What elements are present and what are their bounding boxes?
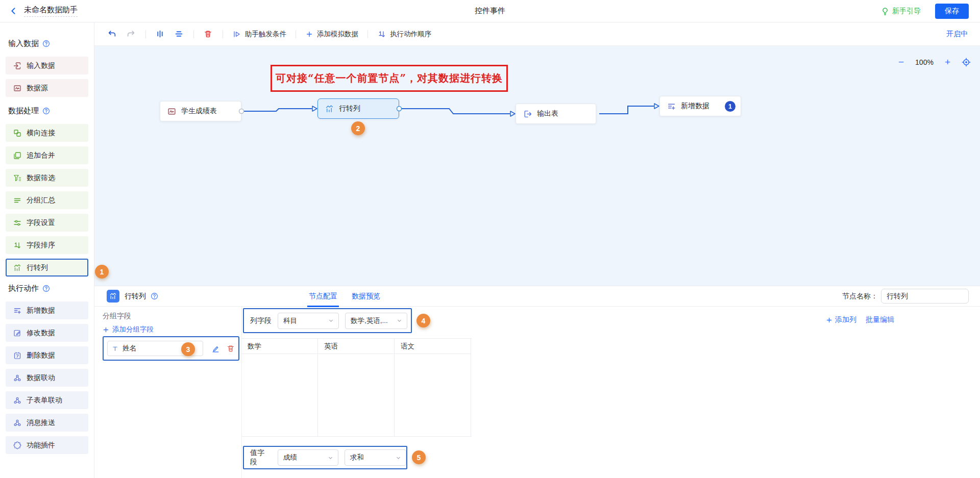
save-button[interactable]: 保存 <box>935 4 969 19</box>
sidebar-item-data-source[interactable]: 数据源 <box>6 79 88 97</box>
zoom-in-button[interactable]: + <box>945 57 950 67</box>
sidebar-item-add-data[interactable]: 新增数据 <box>6 301 88 319</box>
sort-order-icon <box>378 30 386 38</box>
status-badge[interactable]: 开启中 <box>946 30 968 39</box>
sidebar-item-append-merge[interactable]: 追加合并 <box>6 146 88 164</box>
column-field-select[interactable]: 科目 <box>278 313 339 329</box>
column-header: 英语 <box>318 339 394 354</box>
flow-node-student-grades[interactable]: 学生成绩表 <box>160 101 241 121</box>
field-sort-icon <box>13 241 21 249</box>
sidebar-item-input-data[interactable]: 输入数据 <box>6 57 88 74</box>
help-icon[interactable] <box>42 107 50 115</box>
sidebar-item-group-summary[interactable]: 分组汇总 <box>6 191 88 209</box>
add-group-field-link[interactable]: 添加分组字段 <box>103 325 154 334</box>
zoom-out-button[interactable]: − <box>898 57 904 67</box>
edit-icon[interactable] <box>211 344 220 353</box>
step-badge-4: 4 <box>416 314 430 328</box>
canvas-toolbar: 助手触发条件 添加模拟数据 执行动作顺序 开启中 <box>94 22 980 46</box>
sidebar-item-function-plugin[interactable]: 功能插件 <box>6 436 88 454</box>
help-icon[interactable] <box>151 292 158 300</box>
align-horizontal-icon[interactable] <box>156 30 164 38</box>
column-values-select[interactable]: 数学,英语,... <box>345 313 407 329</box>
sidebar-item-modify-data[interactable]: 修改数据 <box>6 324 88 342</box>
sidebar-item-delete-data[interactable]: 删除数据 <box>6 346 88 364</box>
plus-icon <box>103 326 109 333</box>
chevron-down-icon <box>396 317 403 324</box>
sidebar-item-data-filter[interactable]: 数据筛选 <box>6 169 88 187</box>
aggregation-select[interactable]: 求和 <box>345 449 406 466</box>
add-mock-data-button[interactable]: 添加模拟数据 <box>306 30 358 39</box>
locate-icon[interactable] <box>962 58 971 67</box>
data-source-icon <box>13 84 21 92</box>
add-data-icon <box>13 307 21 315</box>
section-title-input-data: 输入数据 <box>8 39 94 48</box>
undo-icon[interactable] <box>108 30 116 38</box>
node-name-input[interactable] <box>881 289 969 304</box>
flow-node-add-data[interactable]: 新增数据 1 <box>659 96 741 116</box>
sidebar-item-message-push[interactable]: 消息推送 <box>6 414 88 432</box>
app-header: 未命名数据助手 控件事件 新手引导 保存 <box>0 0 980 22</box>
action-order-button[interactable]: 执行动作顺序 <box>378 30 431 39</box>
plus-icon <box>306 31 313 38</box>
column-header: 语文 <box>395 339 471 354</box>
delete-icon[interactable] <box>227 344 235 353</box>
preview-column: 语文 <box>395 339 471 436</box>
column-header: 数学 <box>241 339 317 354</box>
beginner-guide-link[interactable]: 新手引导 <box>881 7 921 16</box>
help-icon[interactable] <box>42 40 50 47</box>
sidebar-item-row-to-column[interactable]: 行转列 <box>6 259 88 276</box>
value-field-select[interactable]: 成绩 <box>278 449 338 466</box>
plugin-icon <box>13 441 21 449</box>
preview-column: 英语 <box>318 339 395 436</box>
chevron-down-icon <box>328 317 334 324</box>
toolbar-divider <box>368 30 368 38</box>
linkage-icon <box>13 419 21 427</box>
back-icon[interactable] <box>9 7 18 15</box>
column-field-label: 列字段 <box>250 316 272 325</box>
value-field-label: 值字段 <box>250 448 272 467</box>
trigger-condition-button[interactable]: 助手触发条件 <box>233 30 286 39</box>
delete-data-icon <box>13 351 21 360</box>
node-name-label: 节点名称： <box>842 292 878 301</box>
tab-node-config[interactable]: 节点配置 <box>309 286 337 307</box>
group-summary-icon <box>13 196 21 205</box>
flow-node-output-table[interactable]: 输出表 <box>516 104 596 124</box>
step-badge-2: 2 <box>351 121 365 135</box>
chevron-down-icon <box>395 455 402 461</box>
sidebar-item-field-settings[interactable]: 字段设置 <box>6 214 88 232</box>
sidebar-item-field-sort[interactable]: 字段排序 <box>6 236 88 254</box>
linkage-icon <box>13 374 21 382</box>
column-actions: 添加列 批量编辑 <box>826 315 894 324</box>
toolbar-divider <box>296 30 296 38</box>
node-name-field: 节点名称： <box>842 289 969 304</box>
add-column-link[interactable]: 添加列 <box>826 315 856 324</box>
annotation-box: 可对接“任意一个前置节点”，对其数据进行转换 <box>271 65 508 92</box>
redo-icon[interactable] <box>127 30 135 38</box>
step-badge-3: 3 <box>181 342 195 356</box>
batch-edit-link[interactable]: 批量编辑 <box>866 315 894 324</box>
tab-data-preview[interactable]: 数据预览 <box>352 286 380 307</box>
sidebar-item-subform-linkage[interactable]: 子表单联动 <box>6 391 88 409</box>
value-field-box: 值字段 成绩 求和 <box>243 446 407 469</box>
chevron-down-icon <box>327 455 334 461</box>
panel-title: 行转列 <box>125 292 146 301</box>
preview-table: 数学 英语 语文 <box>241 338 472 437</box>
zoom-level: 100% <box>915 58 934 66</box>
node-palette-sidebar: 输入数据 输入数据 数据源 数据处理 横向连接 追加合并 数据筛选 分组汇总 字… <box>0 22 94 478</box>
panel-tabs: 节点配置 数据预览 <box>309 286 380 307</box>
toolbar-divider <box>145 30 146 38</box>
assistant-title[interactable]: 未命名数据助手 <box>24 5 78 17</box>
help-icon[interactable] <box>42 285 50 292</box>
align-vertical-icon[interactable] <box>175 30 183 38</box>
flow-canvas[interactable]: − 100% + 可对接“任意一个前置节点”，对其数据进行转换 学生成绩表 行转… <box>94 46 980 286</box>
sidebar-item-horizontal-join[interactable]: 横向连接 <box>6 124 88 142</box>
delete-node-icon[interactable] <box>204 30 212 38</box>
column-field-box: 列字段 科目 数学,英语,... <box>243 308 412 333</box>
data-source-icon <box>167 107 176 116</box>
group-field-box: 姓名 <box>103 336 239 361</box>
field-settings-icon <box>13 219 21 227</box>
sidebar-item-data-linkage[interactable]: 数据联动 <box>6 369 88 387</box>
flow-node-row-to-column[interactable]: 行转列 <box>317 98 399 119</box>
flow-edges <box>94 46 980 286</box>
append-merge-icon <box>13 152 21 160</box>
